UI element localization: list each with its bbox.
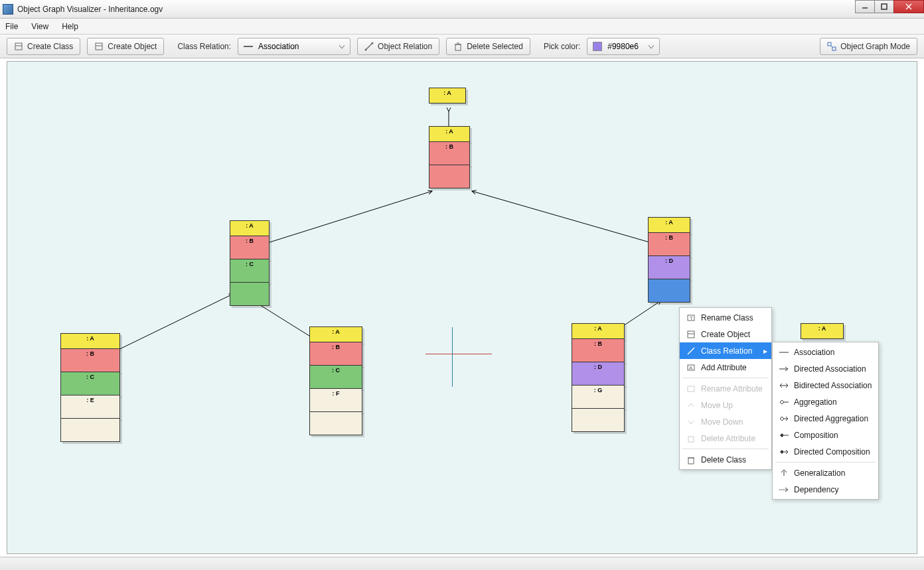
svg-rect-33 bbox=[688, 458, 694, 464]
create-object-button[interactable]: Create Object bbox=[87, 38, 164, 55]
block-D: : D bbox=[572, 362, 625, 386]
block-B: : B bbox=[230, 236, 270, 259]
class-node-C[interactable]: : A : B : C bbox=[230, 221, 270, 306]
block-C: : C bbox=[60, 372, 120, 395]
delete-selected-label: Delete Selected bbox=[467, 42, 523, 51]
svg-line-19 bbox=[253, 191, 432, 248]
svg-line-20 bbox=[472, 191, 668, 248]
rename-attribute-label: Rename Attribute bbox=[701, 384, 763, 393]
menu-move-up: Move Up bbox=[680, 397, 771, 413]
class-relation-label: Class Relation: bbox=[177, 42, 231, 51]
submenu-aggregation[interactable]: Aggregation bbox=[773, 393, 878, 410]
chevron-down-icon bbox=[649, 42, 654, 51]
canvas[interactable]: : A : A : B : A : B : C : A : B : D : A … bbox=[7, 61, 917, 554]
block-selected bbox=[648, 279, 690, 303]
bidirected-association-label: Bidirected Association bbox=[794, 381, 872, 390]
filled-diamond-icon bbox=[779, 431, 789, 440]
menu-view[interactable]: View bbox=[31, 22, 48, 31]
class-relation-label: Class Relation bbox=[701, 346, 752, 356]
block-B: : B bbox=[60, 348, 120, 372]
block-A: : A bbox=[801, 323, 844, 339]
class-node-F[interactable]: : A : B : C : F bbox=[309, 327, 362, 435]
menu-class-relation[interactable]: Class Relation ▸ bbox=[680, 342, 771, 359]
block-G: : G bbox=[572, 385, 625, 409]
block-B: : B bbox=[309, 342, 362, 366]
svg-line-21 bbox=[110, 294, 233, 354]
menu-file[interactable]: File bbox=[5, 22, 18, 31]
move-down-label: Move Down bbox=[701, 417, 743, 427]
double-arrow-icon bbox=[779, 381, 789, 390]
create-class-button[interactable]: Create Class bbox=[7, 38, 80, 55]
submenu-directed-aggregation[interactable]: Directed Aggregation bbox=[773, 410, 878, 427]
rename-icon bbox=[686, 384, 696, 393]
create-object-label: Create Object bbox=[108, 42, 157, 51]
class-node-B[interactable]: : A : B bbox=[429, 127, 470, 188]
class-node-right-A[interactable]: : A bbox=[801, 324, 844, 339]
class-node-G[interactable]: : A : B : D : G bbox=[572, 324, 625, 432]
svg-marker-44 bbox=[780, 450, 784, 454]
generalization-label: Generalization bbox=[794, 468, 845, 478]
relation-icon bbox=[686, 346, 696, 356]
delete-attribute-label: Delete Attribute bbox=[701, 434, 755, 443]
menu-delete-class[interactable]: Delete Class bbox=[680, 451, 771, 468]
rename-class-label: Rename Class bbox=[701, 313, 753, 322]
delete-selected-button[interactable]: Delete Selected bbox=[446, 38, 530, 55]
diamond-arrow-icon bbox=[779, 414, 789, 423]
minimize-button[interactable] bbox=[855, 0, 875, 13]
submenu-dependency[interactable]: Dependency bbox=[773, 481, 878, 498]
block-C2 bbox=[230, 282, 270, 306]
object-graph-mode-button[interactable]: Object Graph Mode bbox=[820, 38, 917, 55]
block-A: : A bbox=[309, 326, 362, 342]
class-relation-dropdown[interactable]: Association bbox=[238, 38, 350, 55]
svg-rect-6 bbox=[96, 43, 102, 50]
class-node-D[interactable]: : A : B : D bbox=[648, 218, 690, 303]
svg-point-10 bbox=[365, 48, 367, 50]
svg-rect-1 bbox=[882, 4, 887, 9]
relation-submenu: Association Directed Association Bidirec… bbox=[772, 342, 879, 500]
color-picker-dropdown[interactable]: #9980e6 bbox=[587, 38, 660, 55]
submenu-arrow-icon: ▸ bbox=[763, 346, 767, 356]
block-A: : A bbox=[429, 88, 466, 104]
svg-line-9 bbox=[366, 43, 372, 50]
x-axis-marker bbox=[425, 354, 492, 354]
maximize-button[interactable] bbox=[874, 0, 894, 13]
trash-icon bbox=[686, 455, 696, 464]
submenu-bidirected-association[interactable]: Bidirected Association bbox=[773, 377, 878, 393]
block-C: : C bbox=[230, 259, 270, 283]
menu-help[interactable]: Help bbox=[62, 22, 78, 31]
directed-aggregation-label: Directed Aggregation bbox=[794, 414, 868, 423]
class-node-A-top[interactable]: : A bbox=[429, 88, 466, 104]
menu-add-attribute[interactable]: A Add Attribute bbox=[680, 359, 771, 376]
submenu-composition[interactable]: Composition bbox=[773, 427, 878, 443]
svg-rect-4 bbox=[15, 43, 22, 50]
directed-association-label: Directed Association bbox=[794, 364, 866, 374]
create-object-label: Create Object bbox=[701, 330, 750, 339]
svg-marker-40 bbox=[780, 417, 784, 421]
block-E2 bbox=[60, 418, 120, 442]
menu-separator bbox=[682, 378, 769, 378]
menu-rename-class[interactable]: T Rename Class bbox=[680, 309, 771, 326]
close-button[interactable] bbox=[893, 0, 924, 13]
color-swatch bbox=[593, 42, 602, 51]
chevron-down-icon bbox=[339, 42, 345, 51]
class-node-E[interactable]: : A : B : C : E bbox=[60, 334, 120, 442]
down-icon bbox=[686, 417, 696, 427]
submenu-association[interactable]: Association bbox=[773, 344, 878, 360]
submenu-generalization[interactable]: Generalization bbox=[773, 464, 878, 481]
menu-create-object[interactable]: Create Object bbox=[680, 326, 771, 342]
svg-rect-15 bbox=[828, 42, 831, 46]
menu-move-down: Move Down bbox=[680, 413, 771, 430]
submenu-directed-association[interactable]: Directed Association bbox=[773, 360, 878, 377]
graph-mode-icon bbox=[827, 42, 836, 51]
submenu-directed-composition[interactable]: Directed Composition bbox=[773, 443, 878, 460]
svg-marker-42 bbox=[780, 433, 784, 437]
menu-separator bbox=[775, 462, 876, 463]
dashed-arrow-icon bbox=[779, 485, 789, 494]
object-relation-button[interactable]: Object Relation bbox=[357, 38, 439, 55]
generalization-icon bbox=[779, 468, 789, 478]
titlebar: Object Graph Visualizer - Inheritance.og… bbox=[0, 0, 924, 19]
block-A: : A bbox=[572, 323, 625, 339]
attribute-icon: A bbox=[686, 363, 696, 372]
block-G2 bbox=[572, 408, 625, 432]
association-label: Association bbox=[794, 348, 834, 357]
